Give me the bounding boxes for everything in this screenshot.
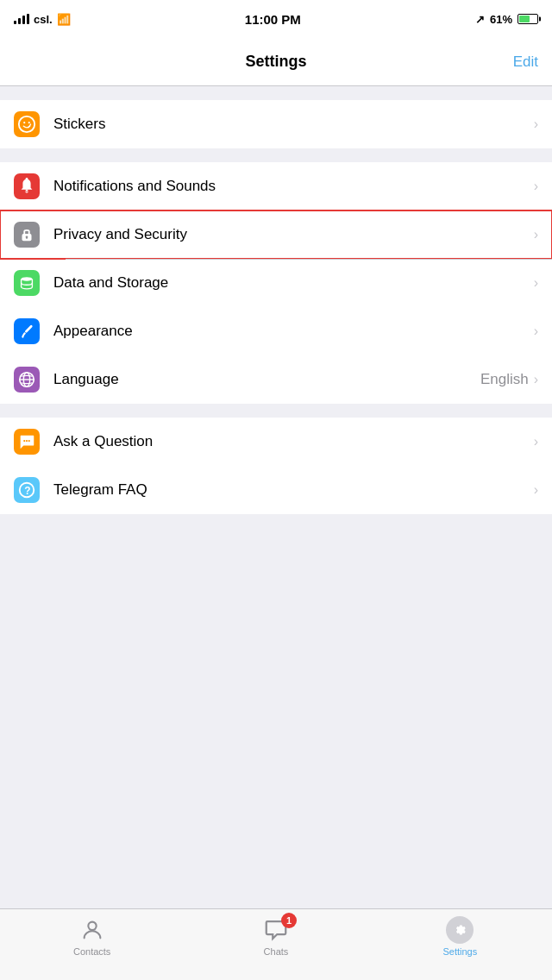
settings-row-faq[interactable]: ? Telegram FAQ › <box>0 466 552 514</box>
tab-bar: Contacts 1 Chats Settings <box>0 908 552 980</box>
tab-chats[interactable]: 1 Chats <box>184 916 367 957</box>
battery-icon <box>518 14 538 24</box>
data-label: Data and Storage <box>53 274 534 292</box>
stickers-icon <box>14 111 40 137</box>
battery-percent: 61% <box>490 13 512 26</box>
section-group-3: Ask a Question › ? Telegram FAQ › <box>0 418 552 514</box>
appearance-label: Appearance <box>53 323 534 340</box>
chats-badge: 1 <box>281 913 297 928</box>
svg-rect-3 <box>26 190 28 192</box>
svg-point-14 <box>26 440 28 442</box>
svg-point-8 <box>22 277 33 281</box>
question-svg: ? <box>17 481 36 499</box>
settings-row-ask[interactable]: Ask a Question › <box>0 418 552 466</box>
settings-row-notifications[interactable]: Notifications and Sounds › <box>0 162 552 210</box>
svg-point-15 <box>28 440 30 442</box>
svg-point-13 <box>23 440 25 442</box>
chats-tab-label: Chats <box>264 946 289 957</box>
notifications-chevron-icon: › <box>534 179 538 194</box>
contacts-tab-label: Contacts <box>73 946 110 957</box>
contacts-icon <box>80 918 104 942</box>
chat-svg <box>17 432 36 451</box>
wifi-icon: 📶 <box>57 13 71 26</box>
sticker-svg <box>17 115 36 134</box>
ask-chevron-icon: › <box>534 434 538 449</box>
data-icon <box>14 270 40 296</box>
edit-button[interactable]: Edit <box>513 53 538 71</box>
faq-icon: ? <box>14 477 40 503</box>
settings-row-stickers[interactable]: Stickers › <box>0 100 552 148</box>
settings-row-appearance[interactable]: Appearance › <box>0 307 552 355</box>
svg-point-18 <box>88 922 96 930</box>
settings-row-language[interactable]: Language English › <box>0 355 552 404</box>
stickers-chevron-icon: › <box>534 116 538 132</box>
nav-bar: Settings Edit <box>0 38 552 86</box>
privacy-label: Privacy and Security <box>53 226 534 243</box>
brush-svg <box>17 322 36 341</box>
page-title: Settings <box>245 53 306 71</box>
svg-point-1 <box>23 122 25 123</box>
carrier-label: csl. <box>34 13 53 26</box>
svg-point-4 <box>26 178 28 180</box>
settings-row-privacy[interactable]: Privacy and Security › <box>0 210 552 259</box>
faq-chevron-icon: › <box>534 482 538 498</box>
chats-icon-wrap: 1 <box>262 916 290 944</box>
privacy-chevron-icon: › <box>534 227 538 242</box>
language-value: English <box>480 371 529 388</box>
section-group-2: Notifications and Sounds › Privacy and S… <box>0 162 552 404</box>
db-svg <box>17 273 36 292</box>
notifications-label: Notifications and Sounds <box>53 178 534 195</box>
tab-settings[interactable]: Settings <box>368 916 552 957</box>
settings-gear-icon <box>446 916 474 944</box>
faq-label: Telegram FAQ <box>53 481 534 499</box>
settings-tab-label: Settings <box>442 946 477 957</box>
ask-label: Ask a Question <box>53 433 534 450</box>
ask-icon <box>14 429 40 455</box>
status-left: csl. 📶 <box>14 13 71 26</box>
status-time: 11:00 PM <box>245 12 301 27</box>
lock-svg <box>17 225 36 244</box>
language-icon <box>14 367 40 393</box>
svg-point-2 <box>28 122 30 123</box>
settings-row-data[interactable]: Data and Storage › <box>0 259 552 307</box>
signal-bars-icon <box>14 14 29 24</box>
language-label: Language <box>53 371 480 388</box>
battery-fill <box>519 16 530 22</box>
appearance-chevron-icon: › <box>534 324 538 339</box>
svg-rect-9 <box>24 324 33 333</box>
globe-svg <box>17 370 36 389</box>
svg-text:?: ? <box>24 485 30 497</box>
language-chevron-icon: › <box>534 372 538 387</box>
stickers-label: Stickers <box>53 116 534 133</box>
appearance-icon <box>14 318 40 344</box>
contacts-icon-wrap <box>78 916 106 944</box>
svg-rect-7 <box>26 237 27 239</box>
bell-svg <box>17 177 36 196</box>
section-group-1: Stickers › <box>0 100 552 148</box>
status-bar: csl. 📶 11:00 PM ↗ 61% <box>0 0 552 38</box>
data-chevron-icon: › <box>534 275 538 291</box>
status-right: ↗ 61% <box>475 13 538 26</box>
notifications-icon <box>14 173 40 199</box>
svg-point-0 <box>19 116 34 132</box>
tab-contacts[interactable]: Contacts <box>0 916 184 957</box>
location-icon: ↗ <box>475 13 485 26</box>
privacy-icon <box>14 222 40 248</box>
settings-icon-wrap <box>446 916 474 944</box>
gear-svg <box>452 922 467 938</box>
